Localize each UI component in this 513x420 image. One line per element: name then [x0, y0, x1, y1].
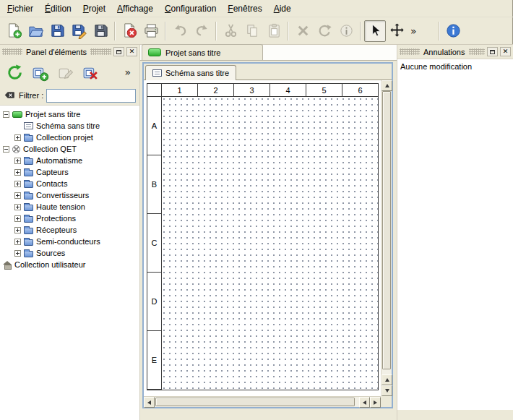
scroll-down-button[interactable] [381, 385, 392, 396]
tree-item[interactable]: Récepteurs [0, 224, 139, 236]
dock-drag-handle[interactable] [2, 48, 22, 55]
undo-dock-titlebar[interactable]: Annulations ✕ [397, 45, 513, 59]
info-gray-icon [338, 22, 355, 39]
redo-button[interactable] [191, 20, 212, 42]
menu-item[interactable]: Projet [77, 1, 111, 16]
tree-item-label: Contacts [36, 179, 67, 188]
horizontal-scrollbar[interactable] [144, 396, 381, 407]
tree-item-label: Sources [36, 249, 65, 257]
undo-list[interactable]: Aucune modification [397, 59, 513, 410]
tree-expander[interactable] [14, 215, 21, 222]
dock-drag-handle[interactable] [469, 48, 486, 55]
menu-item[interactable]: Aide [268, 1, 297, 16]
tree-expander[interactable] [14, 250, 21, 257]
tree-item[interactable]: Collection projet [0, 132, 139, 143]
delete-element-button[interactable] [79, 61, 102, 84]
new-element-button[interactable] [28, 61, 51, 84]
tree-expander[interactable] [3, 111, 9, 118]
tree-item[interactable]: Contacts [0, 178, 139, 189]
cut-button[interactable] [220, 20, 241, 42]
tree-item[interactable]: Semi-conducteurs [0, 236, 139, 247]
project-tab[interactable]: Projet sans titre [142, 44, 263, 60]
menu-item[interactable]: Fichier [1, 1, 39, 16]
vertical-scrollbar[interactable] [381, 80, 392, 396]
cursor-icon [367, 22, 384, 39]
scroll-up-button-2[interactable] [381, 374, 392, 385]
reload-collections-button[interactable] [3, 61, 26, 84]
horizontal-scrollbar-thumb[interactable] [155, 398, 355, 406]
tree-expander[interactable] [14, 181, 21, 187]
tree-item[interactable]: Collection utilisateur [0, 259, 139, 270]
menu-item[interactable]: Affichage [111, 1, 159, 16]
tree-expander[interactable] [14, 158, 21, 164]
scrollbar-corner [381, 396, 392, 407]
dock-drag-handle[interactable] [400, 48, 420, 55]
tree-expander[interactable] [14, 192, 21, 199]
copy-button[interactable] [241, 20, 263, 42]
toolbar-overflow-chevron[interactable]: » [408, 25, 420, 37]
dock-float-button[interactable] [487, 47, 498, 56]
delete-button[interactable] [292, 20, 314, 42]
schema-icon [152, 69, 162, 77]
close-file-button[interactable] [118, 20, 140, 42]
sheet-corner-cell [147, 84, 162, 97]
arrow-right-icon [374, 400, 377, 405]
save-all-button[interactable] [90, 20, 111, 42]
diagram-grid[interactable] [162, 97, 378, 390]
tree-item[interactable]: Capteurs [0, 166, 139, 178]
tree-item[interactable]: Convertisseurs [0, 189, 139, 201]
scroll-up-button[interactable] [381, 80, 392, 91]
save-button[interactable] [46, 20, 68, 42]
clear-filter-icon[interactable] [4, 90, 16, 102]
elements-panel-titlebar[interactable]: Panel d'éléments ✕ [0, 45, 139, 59]
new-file-icon [6, 22, 22, 39]
menu-item[interactable]: Configuration [159, 1, 222, 16]
open-project-button[interactable] [25, 20, 46, 42]
dock-close-button[interactable]: ✕ [126, 47, 137, 56]
element-info-button[interactable] [335, 20, 357, 42]
project-tabbar: Projet sans titre [140, 45, 397, 61]
tree-expander[interactable] [14, 239, 21, 245]
tree-item[interactable]: Schéma sans titre [0, 120, 139, 132]
print-button[interactable] [140, 20, 162, 42]
tree-expander[interactable] [14, 134, 21, 141]
rotate-button[interactable] [314, 20, 335, 42]
tree-item[interactable]: Automatisme [0, 155, 139, 166]
diagram-view[interactable]: 123456 ABCDE [144, 80, 381, 396]
paste-button[interactable] [263, 20, 285, 42]
scroll-left-button[interactable] [144, 397, 155, 408]
undo-button[interactable] [169, 20, 191, 42]
diagram-sheet[interactable]: 123456 ABCDE [147, 83, 379, 390]
save-as-button[interactable] [68, 20, 90, 42]
about-button[interactable] [443, 20, 465, 42]
pan-mode-button[interactable] [386, 20, 408, 42]
tree-item[interactable]: Collection QET [0, 143, 139, 155]
tree-expander[interactable] [14, 227, 21, 233]
dock-toolbar-overflow-chevron[interactable]: » [121, 67, 134, 78]
row-header: E [147, 331, 162, 390]
scroll-right-button[interactable] [370, 397, 381, 408]
tree-item[interactable]: Sources [0, 247, 139, 259]
menu-item[interactable]: Édition [39, 1, 77, 16]
tree-expander[interactable] [14, 169, 21, 176]
dock-close-button[interactable]: ✕ [500, 47, 511, 56]
column-header: 4 [270, 84, 306, 97]
tree-item[interactable]: Projet sans titre [0, 108, 139, 120]
dock-drag-handle[interactable] [90, 48, 111, 55]
scroll-left-button-2[interactable] [359, 397, 370, 408]
filter-input[interactable] [46, 89, 136, 103]
schema-tab[interactable]: Schéma sans titre [145, 65, 236, 80]
new-project-button[interactable] [3, 20, 25, 42]
select-mode-button[interactable] [364, 20, 386, 42]
column-header: 6 [342, 84, 378, 97]
tree-expander[interactable] [14, 204, 21, 210]
edit-element-button[interactable] [53, 61, 77, 84]
tree-item[interactable]: Protections [0, 213, 139, 224]
arrow-left-icon [363, 400, 366, 405]
tree-expander[interactable] [3, 146, 9, 153]
tree-item[interactable]: Haute tension [0, 201, 139, 213]
dock-float-button[interactable] [113, 47, 124, 56]
menu-item[interactable]: Fenêtres [222, 1, 267, 16]
vertical-scrollbar-thumb[interactable] [382, 91, 391, 369]
tree-item-label: Haute tension [36, 202, 85, 211]
